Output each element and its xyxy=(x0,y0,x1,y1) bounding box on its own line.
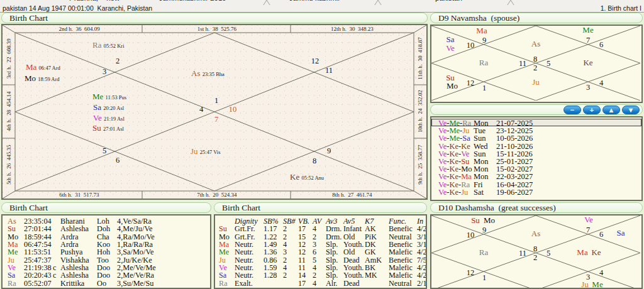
house-number: 2 xyxy=(533,63,537,73)
planet-label-ke: Ke xyxy=(583,58,592,68)
table-row: Mo18:59:44ArdraCha4,Ra/Mo/Ve xyxy=(3,232,210,240)
house-cusp-label: 11th h. 30 418.87 xyxy=(417,37,423,79)
dasha-row[interactable]: Ve-Me-RaMon21-07-2025 xyxy=(431,119,641,126)
dasha-row[interactable]: Ve-Ke-VeSun15-11-2026 xyxy=(431,150,641,157)
house-number: 12 xyxy=(467,79,475,88)
planet-label-ma: Ma 06:47 Ard xyxy=(26,62,60,72)
house-cusp-label: 4th h. 28 454.14 xyxy=(6,91,12,131)
table-row: Ju25:47:37VishakhaToo2,Ju/Ke/Ke xyxy=(3,256,210,263)
strengths-table-title: Birth Chart xyxy=(214,202,427,213)
planet-label-sa: Sa 20:20 Asl xyxy=(93,102,124,112)
dasha-row[interactable]: Ve-Me-SaSun10-05-2026 xyxy=(431,134,641,141)
planet-label-ra: Ra 05:52 Kri xyxy=(92,40,125,50)
house-number: 9 xyxy=(482,36,486,45)
table-row: SuGrt.Fr.1.172174Drm.InfantAKBenefic4/2/… xyxy=(215,224,426,232)
tab-jammu-kashmir[interactable]: Jammu kashmir xyxy=(289,0,340,2)
house-number: 2 xyxy=(533,253,537,263)
tab-jammukashmir-2019[interactable]: Jammukashmir 2019 xyxy=(159,0,226,2)
planet-label-ve: Ve 21:19 Asl xyxy=(93,113,125,123)
dasha-expand-button[interactable]: + xyxy=(583,106,601,114)
dasha-row[interactable]: Ve-Ke-MoMon15-02-2027 xyxy=(431,165,641,172)
house-number: 1 xyxy=(482,84,486,93)
house-number: 9 xyxy=(482,226,486,235)
planet-label-ke: Ke xyxy=(591,248,601,258)
house-number: 3 xyxy=(586,83,590,92)
tab-prashna[interactable]: Prashna, <new> xyxy=(69,0,124,2)
dasha-up-button[interactable]: ▲ xyxy=(602,106,620,114)
status-birth-data: pakistan 14 Aug 1947 00:01:00 Karanchi, … xyxy=(3,5,152,12)
planet-label-su: Su xyxy=(471,215,480,226)
planet-label-ra: Ra xyxy=(479,58,488,68)
planet-positions-table: As23:35:04BharaniLoh4,Ve/Sa/RaSu27:01:44… xyxy=(1,214,211,289)
planet-label-ve: Ve xyxy=(446,43,455,53)
planet-label-ju: Ju xyxy=(532,77,540,87)
planet-label-as: As xyxy=(531,39,540,49)
table-row: Su27:01:44AshleshaDoh4,Me/Ju/Ve xyxy=(3,224,210,232)
dasha-row[interactable]: Ve-Ke-SuMon25-01-2027 xyxy=(431,157,641,165)
planet-label-ra: Ra xyxy=(479,248,488,258)
house-number: 7 xyxy=(214,115,218,124)
house-number: 8 xyxy=(533,55,537,64)
house-number: 9 xyxy=(327,146,331,156)
planet-label-ve: Ve xyxy=(584,215,593,225)
house-number: 12 xyxy=(311,57,319,66)
table-row: RaExalt.174Alr.DeadNeutral2/12/11 xyxy=(215,279,426,286)
house-cusp-label: 9th h. 25 358.77 xyxy=(417,144,423,184)
house-number: 10 xyxy=(467,41,475,50)
dasha-row[interactable]: Ve-Ke-MaMon22-03-2027 xyxy=(431,172,641,180)
vimshottari-buttons: − + ▲ ▼ xyxy=(564,106,640,114)
planet-label-su: Su 27:01 Asl xyxy=(92,123,124,133)
house-number: 7 xyxy=(586,36,590,45)
planet-strengths-table: DignitySB%SB#VB.AVAv3Av5K7Func.InSuGrt.F… xyxy=(214,214,427,289)
tab-separator xyxy=(508,0,513,5)
table-row: Ke05:52:07AnuradhaNah1,Sa/Me/Ve xyxy=(3,286,210,289)
dasha-down-button[interactable]: ▼ xyxy=(622,106,640,114)
house-number: 1 xyxy=(214,96,218,106)
house-cusp-label: 6th h. 31 517.73 xyxy=(59,192,99,198)
dasha-row[interactable]: Ve-Ke-RaFri16-04-2027 xyxy=(431,180,641,188)
house-number: 2 xyxy=(116,57,119,66)
house-number: 11 xyxy=(519,59,526,68)
house-cusp-label: 10th h. 24 352.02 xyxy=(417,90,423,133)
house-number: 6 xyxy=(116,156,119,165)
house-number: 8 xyxy=(533,244,537,254)
table-header-row: DignitySB%SB#VB.AVAv3Av5K7Func.In xyxy=(215,217,426,224)
positions-table-title: Birth Chart xyxy=(1,202,211,213)
planet-label-ju: Ju 25:47 Vis xyxy=(191,146,220,156)
table-row: MeNeutr.1.363126Slp.OldGKMalefic4/2/1 xyxy=(215,248,426,255)
dasha-row[interactable]: Ve-Ke-KeWed21-10-2026 xyxy=(431,142,641,150)
house-cusp-label: 5th h. 26 445.35 xyxy=(6,144,12,184)
table-row: MoGrt.Fr.1.222152Drm.OldPiKNeutral3/1/12 xyxy=(215,232,426,240)
planet-label-ju: Ju xyxy=(581,280,589,289)
house-number: 6 xyxy=(599,40,603,50)
house-cusp-label: 7th h. 20 524.34 xyxy=(197,192,236,198)
dasha-row[interactable]: Ve-Me-JuTue23-12-2025 xyxy=(431,126,641,134)
table-row: SaNeutr.1.282142Slp.Youth.MKMalefic4/2/1 xyxy=(215,271,426,278)
birth-chart-panel-title: Birth Chart xyxy=(1,13,428,23)
house-number: 10 xyxy=(229,105,237,114)
house-number: 7 xyxy=(586,226,590,235)
planet-label-mo: Mo xyxy=(484,215,495,226)
table-row: VeNeutr.1.594114Slp.Youth.BKMalefic4/2/1 xyxy=(215,263,426,271)
house-cusp-label: 3rd h. 22 608.39 xyxy=(6,38,12,79)
dasha-row[interactable]: Ve-Ke-JuSat19-06-2027 xyxy=(431,188,641,195)
d10-dashamsha-chart: 910761185212134SuMoVeSaAsRaMaKeJuMe xyxy=(430,214,643,289)
planet-label-ke: Ke 05:52 Anu xyxy=(290,172,324,182)
tab-separator xyxy=(375,0,380,5)
house-number: 4 xyxy=(199,105,203,114)
house-cusp-label: 12th h. 30 348.23 xyxy=(331,26,374,32)
dasha-collapse-button[interactable]: − xyxy=(564,106,581,114)
tab-pakistan[interactable]: pakistan xyxy=(435,0,462,2)
house-cusp-label: 8th h. 27 461.74 xyxy=(332,192,372,198)
table-row: Ra05:52:07KrittikaOo3,Su/Me/Su xyxy=(3,279,210,286)
d9-navamsha-chart: 910761185212134MaSaVeAsMeRaKeSuMoJu xyxy=(430,25,643,103)
house-number: 5 xyxy=(103,146,106,156)
table-row: KeExalt.13Alr.DeadMalefic8/6/5 xyxy=(215,286,426,289)
planet-label-as: As xyxy=(531,229,540,239)
table-row: MaNeutr.1.494123Slp.Youth.DKBenefic3/1/1… xyxy=(215,240,426,248)
planet-label-ma: Ma xyxy=(577,248,587,258)
vimshottari-panel-title: Vimshottari − + ▲ ▼ xyxy=(430,104,643,115)
house-number: 5 xyxy=(547,59,550,68)
house-number: 4 xyxy=(599,79,603,88)
house-number: 10 xyxy=(467,231,475,240)
